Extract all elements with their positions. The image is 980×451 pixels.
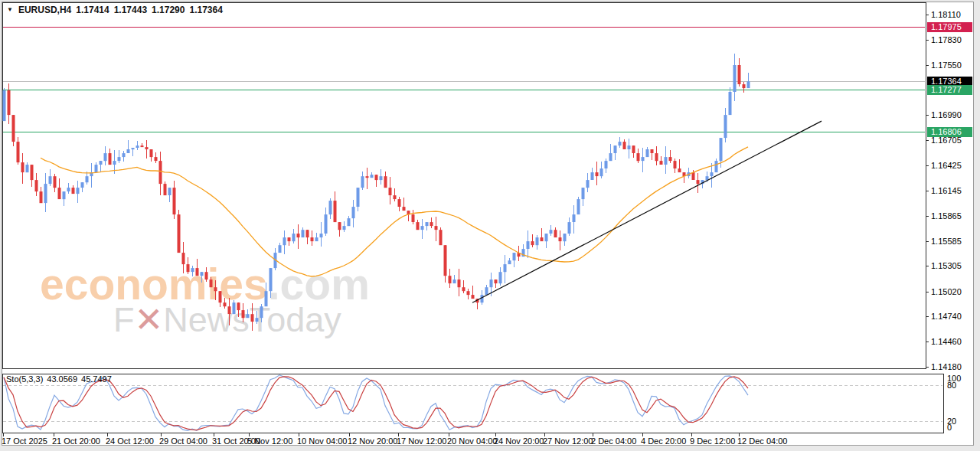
symbol-timeframe-label: EURUSD,H4 xyxy=(18,5,71,15)
price-axis-label: 1.17550 xyxy=(931,60,962,70)
time-axis-label: 29 Oct 04:00 xyxy=(159,436,207,446)
time-axis-label: 24 Nov 20:00 xyxy=(494,436,544,446)
stochastic-d-value: 45.7497 xyxy=(81,374,112,384)
time-axis-label: 17 Oct 2025 xyxy=(2,436,47,446)
quote-open: 1.17414 xyxy=(76,5,109,15)
price-axis-label: 1.16425 xyxy=(931,161,962,170)
price-axis-label: 1.16145 xyxy=(931,186,962,195)
chart-window: economies.com F✕NewsToday 1.181101.17830… xyxy=(0,0,980,451)
time-axis-label: 5 Nov 12:00 xyxy=(247,436,292,446)
time-axis-label: 12 Nov 20:00 xyxy=(348,436,397,446)
chart-title-bar: ▼EURUSD,H41.174141.174431.172901.17364 xyxy=(7,5,223,15)
time-axis-label: 17 Nov 12:00 xyxy=(397,436,446,446)
price-axis-label: 1.17830 xyxy=(931,35,962,44)
quote-low: 1.17290 xyxy=(152,5,185,15)
price-axis-label: 1.15305 xyxy=(931,261,962,270)
quote-close: 1.17364 xyxy=(189,5,222,15)
support-price-badge: 1.16806 xyxy=(927,127,972,137)
stochastic-k-value: 43.0569 xyxy=(47,374,77,384)
price-axis-label: 1.14180 xyxy=(931,362,962,371)
price-axis-label: 1.15585 xyxy=(931,237,962,246)
chevron-down-icon[interactable]: ▼ xyxy=(7,6,13,13)
time-axis-label: 24 Oct 12:00 xyxy=(106,436,154,446)
price-axis-label: 1.14460 xyxy=(931,337,962,346)
time-axis-label: 12 Dec 04:00 xyxy=(737,436,787,446)
quote-high: 1.17443 xyxy=(114,5,147,15)
stochastic-name: Sto(5,3,3) xyxy=(6,374,43,384)
price-axis-label: 1.16990 xyxy=(931,110,962,119)
price-axis-label: 1.18110 xyxy=(931,10,961,19)
time-axis-label: 2 Dec 04:00 xyxy=(591,436,636,446)
time-axis-label: 20 Nov 04:00 xyxy=(447,436,497,446)
time-axis-label: 4 Dec 20:00 xyxy=(641,436,686,446)
time-axis-label: 9 Dec 12:00 xyxy=(690,436,735,446)
resistance-price-badge: 1.17975 xyxy=(927,22,972,32)
stochastic-scale-label: 0 xyxy=(947,423,952,432)
price-axis-label: 1.14740 xyxy=(931,312,962,321)
price-axis-label: 1.15865 xyxy=(931,211,962,221)
price-axis-label: 1.15020 xyxy=(931,287,962,296)
stochastic-label: Sto(5,3,3)43.056945.7497 xyxy=(6,374,116,384)
support-price-badge: 1.17277 xyxy=(927,85,972,95)
axis-labels-layer: 1.181101.178301.175501.169901.167051.164… xyxy=(0,0,980,451)
time-axis-label: 21 Oct 20:00 xyxy=(52,436,100,446)
stochastic-scale-label: 80 xyxy=(947,381,956,390)
time-axis-label: 27 Nov 12:00 xyxy=(543,436,593,446)
time-axis-label: 10 Nov 04:00 xyxy=(297,436,347,446)
